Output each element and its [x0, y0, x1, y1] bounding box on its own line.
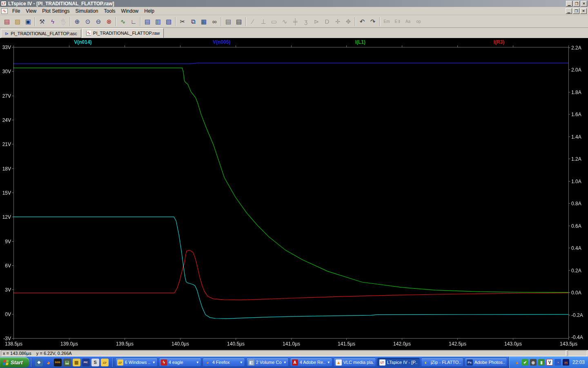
tab-schematic[interactable]: ⊳PI_TRADITIONAL_FLATTOP.asc [1, 29, 81, 38]
find-icon[interactable]: ∞ [209, 17, 220, 27]
minimize-button[interactable]: ▁ [566, 1, 572, 7]
tab-label: PI_TRADITIONAL_FLATTOP.asc [11, 31, 77, 36]
menu-bar: ∿ FileViewPlot SettingsSimulationToolsWi… [0, 7, 588, 15]
taskbar-button-eagle[interactable]: ϟ4 eagle▼ [159, 358, 201, 367]
toolbar-separator [175, 17, 176, 26]
tray-volume-icon[interactable]: ◉ [530, 359, 537, 366]
taskbar-button-vlc[interactable]: ▲VLC media pla... [334, 358, 376, 367]
paste-icon[interactable]: ▦ [198, 17, 209, 27]
menu-item-file[interactable]: File [9, 7, 23, 15]
cut-icon[interactable]: ✂ [177, 17, 188, 27]
tile-vertical-icon[interactable]: ▥ [153, 17, 163, 27]
tray-antivirus-icon[interactable]: ✔ [522, 359, 528, 366]
print-preview-icon[interactable]: ▤ [223, 17, 234, 27]
tray-broadcast-icon[interactable]: (•) [563, 359, 569, 366]
new-schematic-icon[interactable]: ▤ [2, 17, 12, 27]
menu-item-view[interactable]: View [23, 7, 39, 15]
control-panel-icon[interactable]: ⚒ [37, 17, 47, 27]
menu-item-tools[interactable]: Tools [101, 7, 118, 15]
dropdown-arrow-icon[interactable]: ▼ [327, 361, 330, 364]
quicklaunch-opera-icon[interactable]: S [91, 359, 99, 366]
quicklaunch-app-window-icon[interactable]: ❖ [35, 359, 43, 366]
toolbar-separator [116, 17, 116, 26]
taskbar-button-adobe-reader[interactable]: A4 Adobe Re...▼ [290, 358, 332, 367]
drag-icon: ✥ [343, 17, 354, 27]
taskbar-button-firefox[interactable]: ◕4 Firefox▼ [203, 358, 245, 367]
taskbar-button-photoshop[interactable]: PsAdobe Photos... [465, 358, 507, 367]
taskbar-button-volume-control[interactable]: ◧2 Volume Co...▼ [246, 358, 289, 367]
toolbar-separator [245, 17, 246, 26]
menu-item-simulation[interactable]: Simulation [73, 7, 101, 15]
save-icon[interactable]: ▣ [23, 17, 33, 27]
redo-icon[interactable]: ↷ [368, 17, 378, 27]
task-label: 6 Windows ... [125, 360, 151, 365]
quicklaunch-notes-icon[interactable]: ▦ [73, 359, 80, 366]
place-capacitor-icon: ╪ [290, 17, 301, 27]
tile-horizontal-icon[interactable]: ▤ [142, 17, 153, 27]
tray-updater-icon[interactable]: ◔ [555, 359, 561, 366]
cascade-windows-icon[interactable]: ▧ [163, 17, 174, 27]
run-icon[interactable]: ϟ [47, 17, 58, 27]
dropdown-arrow-icon[interactable]: ▼ [240, 361, 243, 364]
quicklaunch-pic-icon[interactable]: PIC [82, 359, 90, 366]
ltspice-window: LT LTspice IV - [PI_TRADITIONAL_FLATTOP.… [0, 0, 588, 357]
menu-item-window[interactable]: Window [118, 7, 142, 15]
window-title: LTspice IV - [PI_TRADITIONAL_FLATTOP.raw… [8, 1, 114, 7]
quicklaunch-folder-icon[interactable]: ▱ [101, 359, 109, 366]
start-button[interactable]: Start [0, 357, 29, 368]
dropdown-arrow-icon[interactable]: ▼ [196, 361, 199, 364]
waveform-plot[interactable] [0, 38, 588, 350]
dropdown-arrow-icon[interactable]: ▼ [283, 361, 287, 364]
status-grip [568, 350, 587, 356]
adobe-reader-icon: A [292, 359, 298, 366]
open-file-icon[interactable]: ▨ [12, 17, 23, 27]
toolbar-separator [35, 17, 36, 26]
place-resistor-icon: ∿ [279, 17, 290, 27]
child-window-icon: ∿ [1, 8, 8, 14]
taskbar-button-jzip[interactable]: ◐jZip - FLATTO... [421, 358, 463, 367]
halt-icon: ✋ [58, 17, 69, 27]
quicklaunch-firefox-icon[interactable]: ◕ [45, 359, 52, 366]
plot-settings-icon[interactable]: ∟ [128, 17, 139, 27]
quicklaunch-dosbox-icon[interactable]: DOS [54, 359, 62, 366]
waveform-tab-icon: ∿ [86, 31, 91, 36]
copy-icon[interactable]: ⧉ [188, 17, 198, 27]
text-icon: Aa [403, 17, 413, 27]
zoom-out-icon[interactable]: ⊖ [93, 17, 104, 27]
close-button[interactable]: ✕ [581, 1, 587, 7]
child-minimize-button[interactable]: ▁ [566, 8, 572, 14]
place-component-icon: D [322, 17, 332, 27]
window-controls: ▁ ❐ ✕ [566, 1, 587, 7]
menu-item-help[interactable]: Help [141, 7, 157, 15]
dropdown-arrow-icon[interactable]: ▼ [152, 361, 156, 364]
undo-icon[interactable]: ↶ [357, 17, 368, 27]
tab-waveform[interactable]: ∿PI_TRADITIONAL_FLATTOP.raw [82, 28, 164, 38]
eagle-icon: ϟ [161, 359, 167, 366]
autorange-icon[interactable]: ∿ [118, 17, 128, 27]
jzip-icon: ◐ [423, 359, 429, 366]
place-inductor-icon: ʒ [301, 17, 311, 27]
quicklaunch-remote-desktop-icon[interactable]: ⬓ [63, 359, 71, 366]
zoom-back-icon[interactable]: ⊙ [82, 17, 93, 27]
taskbar-button-folder-group[interactable]: ▱6 Windows ...▼ [115, 358, 158, 367]
menu-item-plot-settings[interactable]: Plot Settings [39, 7, 72, 15]
taskbar-button-ltspice[interactable]: LTLTspice IV - [P... [377, 358, 420, 367]
restore-button[interactable]: ❐ [573, 1, 580, 7]
taskbar-clock: 22:03 [572, 359, 585, 365]
print-icon[interactable]: ▤ [234, 17, 244, 27]
schematic-tab-icon: ⊳ [5, 31, 9, 36]
tray-vlc-icon[interactable]: ▲ [514, 359, 520, 366]
move-icon: ✛ [332, 17, 343, 27]
zoom-in-icon[interactable]: ⊕ [72, 17, 82, 27]
tray-virtualdub-icon[interactable]: V [546, 359, 553, 366]
ltspice-icon: LT [379, 359, 385, 366]
zoom-full-extents-icon[interactable]: ⊗ [104, 17, 114, 27]
plot-client-area [0, 38, 588, 350]
toolbar-separator [221, 17, 222, 26]
start-label: Start [11, 359, 23, 366]
child-restore-button[interactable]: ❐ [573, 8, 579, 14]
child-close-button[interactable]: ✕ [580, 8, 587, 14]
tab-bar: ⊳PI_TRADITIONAL_FLATTOP.asc∿PI_TRADITION… [0, 28, 588, 38]
tray-display-icon[interactable]: ▮ [538, 359, 545, 366]
folder-group-icon: ▱ [117, 359, 123, 366]
